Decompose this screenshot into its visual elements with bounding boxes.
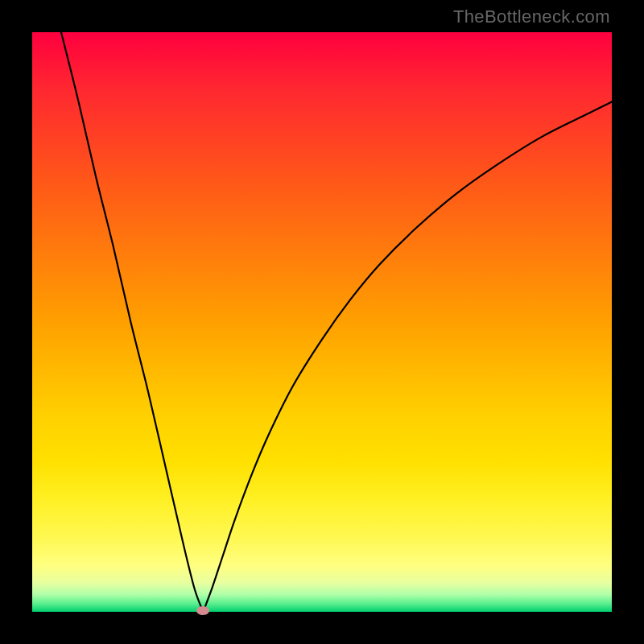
bottleneck-curve (32, 32, 612, 612)
chart-frame: TheBottleneck.com (0, 0, 644, 644)
watermark-text: TheBottleneck.com (453, 6, 610, 27)
minimum-marker (196, 606, 209, 615)
plot-area (32, 32, 612, 612)
